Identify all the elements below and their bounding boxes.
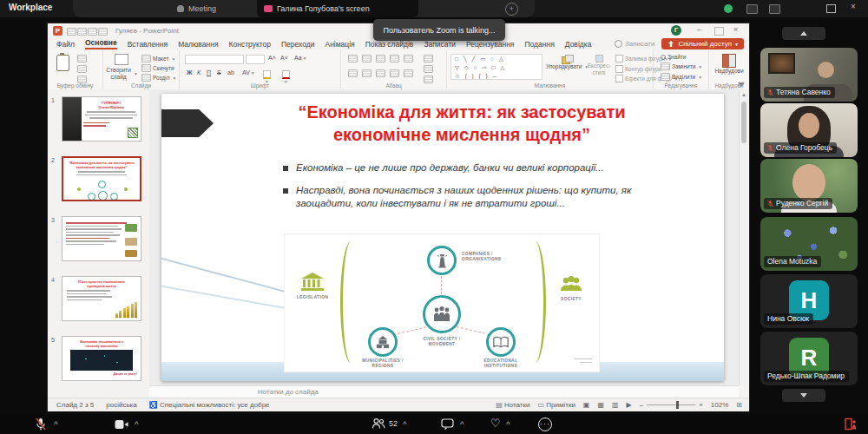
video-options-caret[interactable]: ^	[135, 420, 139, 428]
section-button[interactable]: Розділ	[141, 74, 175, 82]
participants-scroll-up-button[interactable]	[782, 27, 825, 40]
character-spacing-icon[interactable]: AV	[242, 69, 254, 76]
undo-icon[interactable]	[77, 28, 87, 36]
layout-button[interactable]: Макет	[141, 55, 175, 62]
paste-icon[interactable]	[56, 55, 69, 71]
add-tab-button[interactable]: +	[505, 3, 518, 16]
tab-meeting[interactable]: Meeting	[177, 0, 216, 17]
arrange-button[interactable]: Упорядкувати	[548, 55, 586, 69]
reactions-options-caret[interactable]: ^	[506, 420, 510, 428]
mute-options-caret[interactable]: ^	[54, 420, 58, 428]
chat-button[interactable]	[441, 418, 454, 431]
new-slide-button[interactable]: Створити слайд	[107, 54, 136, 81]
strikethrough-icon[interactable]: S	[217, 69, 221, 76]
notes-bar[interactable]: Нотатки до слайда	[149, 385, 739, 398]
tab-insert[interactable]: Вставлення	[128, 40, 168, 49]
shapes-gallery[interactable]: □ ╲ ╱ ▭ ○ △ ▽ ◇ ○ ⇨ □ △ ☆ ( ) { } ─	[450, 54, 542, 80]
redo-icon[interactable]	[88, 28, 97, 36]
tab-draw[interactable]: Малювання	[178, 40, 218, 49]
cut-icon[interactable]	[77, 55, 87, 62]
zoom-out-icon[interactable]: –	[640, 401, 643, 409]
zoom-level[interactable]: 102%	[711, 401, 728, 409]
share-screen-icon[interactable]	[746, 4, 758, 14]
shrink-font-icon[interactable]: A˅	[280, 55, 288, 61]
video-button[interactable]	[115, 419, 128, 430]
record-button[interactable]: Записати	[615, 40, 655, 48]
decrease-indent-icon[interactable]	[376, 55, 385, 62]
grow-font-icon[interactable]: A˄	[268, 55, 276, 61]
tab-file[interactable]: Файл	[56, 40, 75, 49]
participant-tile-1[interactable]: Тетяна Савенко	[760, 48, 858, 102]
fit-to-window-icon[interactable]: ⊞	[736, 401, 742, 409]
participants-button[interactable]	[372, 418, 385, 431]
font-color-icon[interactable]	[282, 70, 290, 79]
slide-thumbnail-5[interactable]: 5 Економіка починається з способу мислен…	[48, 336, 149, 385]
mute-button[interactable]	[35, 418, 47, 431]
align-text-icon[interactable]	[424, 65, 433, 73]
quick-styles-button[interactable]: Експрес-стилі	[584, 55, 614, 76]
text-shadow-icon[interactable]: ab	[227, 69, 234, 76]
find-button[interactable]: Знайти	[661, 54, 701, 60]
zoom-slider-thumb[interactable]	[676, 401, 680, 409]
ppt-minimize-button[interactable]: –	[697, 25, 701, 34]
participants-options-caret[interactable]: ^	[403, 420, 407, 428]
leave-meeting-button[interactable]	[844, 418, 858, 431]
font-size-select[interactable]	[246, 55, 265, 64]
close-button[interactable]: ×	[851, 2, 856, 11]
normal-view-icon[interactable]: ▣	[583, 401, 590, 409]
slide-thumbnail-2[interactable]: 2 “Економіка для життя: як застосувати е…	[48, 156, 149, 205]
ppt-close-button[interactable]: ×	[733, 25, 738, 34]
participant-tile-5[interactable]: H Нина Овсюк	[760, 274, 858, 328]
notes-toggle[interactable]: ▤ Нотатки	[496, 401, 529, 409]
participant-tile-2[interactable]: Олена Горобець	[760, 103, 858, 157]
line-spacing-icon[interactable]	[404, 55, 413, 62]
slide-thumbnail-4[interactable]: 4 П'ять простих економічних принципів жи…	[48, 276, 149, 325]
font-name-select[interactable]	[185, 55, 244, 64]
tab-design[interactable]: Конструктор	[229, 40, 271, 49]
copy-icon[interactable]	[77, 65, 87, 73]
participant-tile-6[interactable]: R Редько-Шпак Радомир	[760, 332, 858, 385]
underline-icon[interactable]: П	[207, 69, 211, 76]
bold-icon[interactable]: Ж	[187, 69, 192, 76]
italic-icon[interactable]: К	[197, 69, 201, 76]
slide-thumbnail-3[interactable]: 3	[48, 216, 149, 265]
save-icon[interactable]	[67, 28, 76, 36]
tab-transitions[interactable]: Переходи	[281, 40, 315, 49]
tab-home[interactable]: Основне	[85, 38, 117, 49]
collapse-ribbon-chevron[interactable]	[738, 82, 745, 87]
slide-scrollbar[interactable]: ▲	[739, 89, 748, 385]
tab-slideshow[interactable]: Показ слайдів	[365, 40, 414, 49]
participant-tile-3[interactable]: Руденко Сергій	[760, 159, 858, 213]
zoom-in-icon[interactable]: +	[699, 401, 703, 409]
increase-indent-icon[interactable]	[390, 55, 399, 62]
reactions-button[interactable]: ♡	[490, 417, 501, 430]
tab-shared-screen[interactable]: Галина Голубова's screen	[257, 0, 418, 17]
align-left-icon[interactable]	[348, 69, 358, 77]
tab-view[interactable]: Подання	[524, 40, 554, 49]
reading-view-icon[interactable]: ▥	[612, 401, 619, 409]
slide-thumbnail-1[interactable]: 1 ГУЛЯЄВИЧ Олена Юріївна	[48, 96, 149, 145]
highlight-color-icon[interactable]	[263, 70, 271, 79]
tab-help[interactable]: Довідка	[565, 40, 592, 49]
tab-animations[interactable]: Анімація	[326, 40, 355, 49]
text-direction-icon[interactable]	[424, 55, 433, 62]
maximize-button[interactable]	[826, 4, 836, 13]
current-slide[interactable]: “Економіка для життя: як застосувати еко…	[161, 94, 724, 381]
start-presentation-icon[interactable]	[98, 28, 108, 36]
replace-button[interactable]: Замінити	[661, 62, 701, 70]
align-center-icon[interactable]	[362, 69, 372, 77]
zoom-slider[interactable]: – +	[640, 401, 703, 409]
slide-sorter-view-icon[interactable]: ▦	[597, 401, 604, 409]
addins-button[interactable]: Надбудови	[709, 54, 749, 74]
align-right-icon[interactable]	[376, 69, 385, 77]
chat-options-caret[interactable]: ^	[460, 420, 464, 428]
justify-icon[interactable]	[390, 69, 399, 77]
scrollbar-thumb[interactable]	[741, 102, 746, 143]
tab-record[interactable]: Записати	[424, 40, 456, 49]
share-button[interactable]: Спільний доступ	[661, 38, 744, 49]
tab-review[interactable]: Рецензування	[466, 40, 514, 49]
participants-scroll-down-button[interactable]	[782, 389, 825, 402]
ppt-maximize-button[interactable]	[714, 27, 724, 36]
participant-tile-4[interactable]: Olena Motuzka	[760, 217, 858, 271]
language-indicator[interactable]: російська	[106, 401, 136, 409]
